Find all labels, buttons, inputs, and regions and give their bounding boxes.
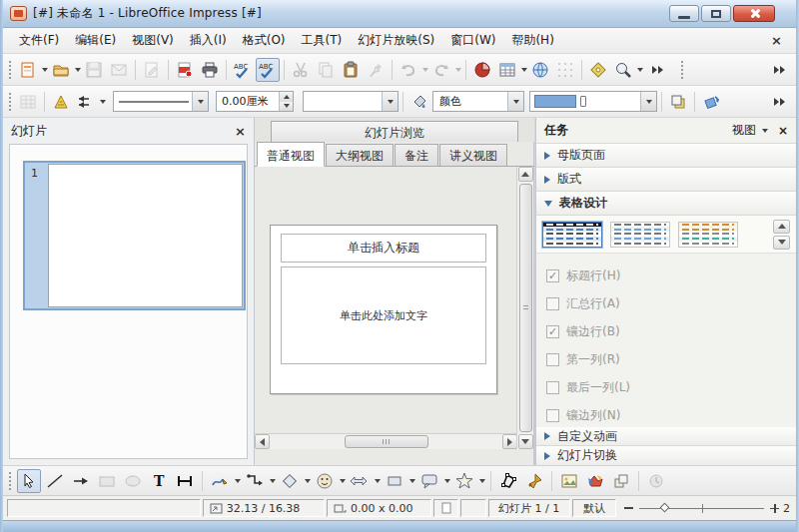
slides-panel-close-button[interactable]: × — [235, 124, 246, 139]
basic-shapes-dropdown-arrow-icon[interactable] — [305, 479, 311, 483]
gallery-button[interactable] — [583, 469, 607, 493]
checkbox-total-row[interactable]: 汇总行(A) — [546, 289, 796, 317]
arrow-style-button[interactable] — [74, 90, 98, 114]
vertical-scroll-thumb[interactable] — [519, 184, 532, 432]
tab-normal-view[interactable]: 普通视图 — [257, 142, 325, 167]
zoom-out-icon[interactable] — [624, 507, 633, 509]
redo-button[interactable] — [429, 58, 453, 82]
scroll-down-button[interactable] — [518, 434, 533, 449]
horizontal-scrollbar[interactable] — [255, 433, 517, 449]
zoom-slider[interactable] — [624, 504, 779, 513]
callouts-button[interactable] — [417, 469, 441, 493]
checkbox-banded-columns[interactable]: 镶边列(N) — [546, 401, 796, 429]
fill-bucket-button[interactable] — [407, 90, 431, 114]
line-style-select[interactable] — [113, 91, 209, 112]
toolbar-overflow-button[interactable] — [774, 66, 786, 74]
table-style-1[interactable] — [542, 222, 602, 248]
insert-chart-button[interactable] — [470, 58, 494, 82]
table-properties-button[interactable] — [16, 90, 40, 114]
object-size-cell[interactable]: 0.00 x 0.00 — [327, 499, 431, 517]
table-style-3[interactable] — [678, 222, 738, 248]
interaction-button[interactable] — [644, 469, 668, 493]
display-grid-button[interactable] — [553, 58, 577, 82]
open-dropdown-arrow-icon[interactable] — [75, 68, 81, 72]
horizontal-scroll-thumb[interactable] — [345, 435, 428, 448]
line-width-up-button[interactable] — [280, 92, 293, 102]
export-pdf-button[interactable] — [173, 58, 197, 82]
checkbox-last-column[interactable]: 最后一列(L) — [546, 373, 796, 401]
zoom-button[interactable] — [611, 58, 635, 82]
insert-table-button[interactable] — [495, 58, 519, 82]
copy-button[interactable] — [314, 58, 338, 82]
table-dropdown-arrow-icon[interactable] — [521, 68, 527, 72]
symbol-shapes-button[interactable] — [313, 469, 337, 493]
toolbar-overflow-button[interactable] — [652, 66, 664, 74]
cut-button[interactable] — [289, 58, 313, 82]
minimize-button[interactable] — [669, 5, 699, 22]
scroll-up-button[interactable] — [518, 167, 533, 182]
select-tool-button[interactable] — [17, 469, 41, 493]
menu-item-window[interactable]: 窗口(W) — [442, 29, 503, 52]
toolbar-overflow-button[interactable] — [774, 98, 786, 106]
line-width-down-button[interactable] — [280, 102, 293, 112]
checkbox-banded-rows[interactable]: ✓ 镶边行(B) — [546, 317, 796, 345]
new-dropdown-arrow-icon[interactable] — [42, 68, 48, 72]
rectangle-tool-button[interactable] — [95, 469, 119, 493]
line-arrow-tool-button[interactable] — [69, 469, 93, 493]
tab-notes-view[interactable]: 备注 — [395, 144, 438, 166]
block-arrows-button[interactable] — [348, 469, 372, 493]
slide-thumbnail-1[interactable]: 1 — [23, 161, 246, 310]
zoom-percent-cell[interactable]: 2 — [781, 499, 792, 517]
zoom-slider-thumb[interactable] — [660, 502, 670, 512]
fill-style-dropdown-button[interactable] — [507, 92, 523, 111]
redo-dropdown-arrow-icon[interactable] — [455, 68, 461, 72]
auto-spellcheck-button[interactable]: ABC — [256, 58, 280, 82]
save-button[interactable] — [82, 58, 106, 82]
menu-item-help[interactable]: 帮助(H) — [503, 29, 561, 52]
checkbox-first-column[interactable]: 第一列(R) — [546, 345, 796, 373]
tab-outline-view[interactable]: 大纲视图 — [326, 144, 394, 166]
rotate-object-button[interactable] — [609, 469, 633, 493]
document-close-button[interactable]: × — [771, 33, 782, 48]
maximize-button[interactable] — [701, 5, 731, 22]
text-tool-button[interactable]: T — [147, 469, 171, 493]
body-placeholder[interactable]: 单击此处添加文字 — [281, 266, 486, 364]
menu-item-format[interactable]: 格式(O) — [235, 29, 294, 52]
slide-indicator-cell[interactable]: 幻灯片 1 / 1 — [488, 499, 570, 517]
block-arrows-dropdown-arrow-icon[interactable] — [375, 479, 381, 483]
vertical-scrollbar[interactable] — [516, 167, 533, 449]
connector-tool-button[interactable] — [243, 469, 267, 493]
glue-points-button[interactable] — [522, 469, 546, 493]
menu-item-edit[interactable]: 编辑(E) — [67, 29, 124, 52]
section-master-pages[interactable]: 母版页面 — [536, 144, 796, 168]
section-layouts[interactable]: 版式 — [536, 168, 796, 192]
tab-handout-view[interactable]: 讲义视图 — [439, 144, 507, 166]
fill-style-select[interactable]: 颜色 — [432, 91, 524, 112]
tasks-panel-close-button[interactable]: × — [778, 124, 788, 138]
section-slide-transition[interactable]: 幻灯片切换 — [536, 446, 796, 465]
line-color-dropdown-button[interactable] — [382, 92, 398, 111]
page-style-cell[interactable]: 默认 — [572, 499, 617, 517]
toolbar-grip-handle[interactable] — [7, 470, 12, 492]
title-bar[interactable]: [#] 未命名 1 - LibreOffice Impress [#] — [0, 0, 799, 28]
hyperlink-button[interactable] — [528, 58, 552, 82]
line-width-spinner[interactable]: 0.00厘米 — [216, 91, 294, 112]
menu-item-insert[interactable]: 插入(I) — [182, 29, 235, 52]
stars-button[interactable] — [452, 469, 476, 493]
flowchart-dropdown-arrow-icon[interactable] — [409, 479, 415, 483]
table-style-2[interactable] — [610, 222, 670, 248]
snap-lines-button[interactable] — [49, 90, 73, 114]
zoom-dropdown-arrow-icon[interactable] — [637, 68, 643, 72]
connector-dropdown-arrow-icon[interactable] — [270, 479, 276, 483]
cursor-position-cell[interactable]: 32.13 / 16.38 — [203, 499, 325, 517]
styles-scroll-down-button[interactable] — [773, 236, 790, 250]
slide-page[interactable]: 单击插入标题 单击此处添加文字 — [270, 225, 497, 394]
tab-slide-sorter[interactable]: 幻灯片浏览 — [271, 121, 518, 142]
line-tool-button[interactable] — [43, 469, 67, 493]
section-table-design[interactable]: 表格设计 — [536, 192, 796, 216]
toolbar-grip-handle[interactable] — [7, 91, 12, 113]
open-file-button[interactable] — [49, 58, 73, 82]
toolbar-grip-handle[interactable] — [7, 59, 12, 81]
title-placeholder[interactable]: 单击插入标题 — [281, 234, 486, 263]
menu-item-file[interactable]: 文件(F) — [11, 29, 67, 52]
